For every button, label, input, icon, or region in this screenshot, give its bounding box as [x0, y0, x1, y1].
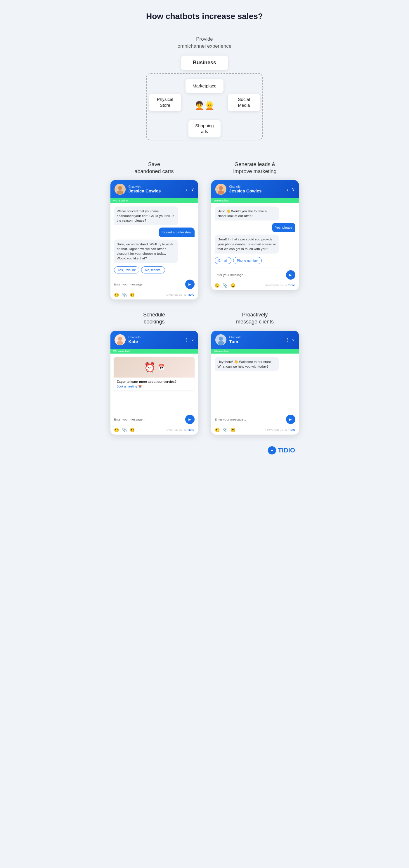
- book-meeting-link[interactable]: Book a meeting 📅: [117, 385, 192, 388]
- svg-point-11: [218, 341, 224, 345]
- booking-card-content: Eager to learn more about our servies? B…: [114, 377, 195, 391]
- booking-card-title: Eager to learn more about our servies?: [117, 380, 192, 383]
- online-badge-2: We're online: [211, 198, 299, 203]
- powered-by-2: POWERED BY ☁️ TIDIO: [265, 284, 295, 287]
- msg-row-6: Great! In that case could you provide yo…: [215, 235, 295, 264]
- chat-widget-abandoned[interactable]: Chat with Jessica Cowles ⋮ ∨ We're onlin…: [110, 180, 198, 300]
- chat-header-1: Chat with Jessica Cowles ⋮ ∨: [110, 180, 198, 198]
- tidio-label-4: TIDIO: [288, 429, 295, 431]
- avatar-kate: [114, 334, 126, 345]
- send-button-3[interactable]: ►: [185, 415, 195, 424]
- avatar-jessica-1: [114, 184, 126, 195]
- chat-input-area-3: ►: [110, 412, 198, 426]
- btn-row-2: E-mail Phone number: [215, 257, 295, 264]
- agent-info-3: Chat with Kate: [129, 336, 182, 344]
- msg-bot-1: We've noticed that you have abandoned yo…: [114, 207, 178, 225]
- chat-widget-proactive[interactable]: Chat with Tom ⋮ ∨ We're online Hey there…: [211, 331, 299, 435]
- svg-point-1: [118, 186, 122, 190]
- msg-bot-4: Great! In that case could you provide yo…: [215, 235, 279, 253]
- dots-icon-1[interactable]: ⋮: [184, 187, 189, 191]
- sticker-icon-1: 🙂: [114, 292, 119, 297]
- phone-number-button[interactable]: Phone number: [233, 257, 262, 264]
- header-icons-3: ⋮ ∨: [184, 338, 194, 342]
- header-icons-2: ⋮ ∨: [285, 187, 295, 191]
- chat-with-label-2: Chat with: [229, 185, 282, 188]
- msg-row-5: Yes, please: [215, 223, 295, 235]
- no-thanks-button[interactable]: No, thanks.: [141, 267, 165, 274]
- msg-row-7: Hey there! 👋 Welcome to our store. What …: [215, 357, 295, 373]
- sticker-icon-2: 🙂: [215, 283, 220, 288]
- emoji-icon-4: 😊: [231, 428, 235, 432]
- tidio-label-2: TIDIO: [288, 284, 295, 287]
- chat-widget-leads[interactable]: Chat with Jessica Cowles ⋮ ∨ We're onlin…: [211, 180, 299, 290]
- emoji-icon-3: 😊: [130, 428, 135, 432]
- chat-footer-4: 🙂 📎 😊 POWERED BY ☁️ TIDIO: [211, 426, 299, 435]
- chat-input-4[interactable]: [215, 417, 284, 421]
- tidio-icon: [268, 446, 276, 455]
- node-business: Business: [181, 56, 228, 70]
- send-button-2[interactable]: ►: [286, 270, 295, 280]
- attach-icon-4: 📎: [223, 428, 228, 432]
- section-proactive-messages: Proactively message clients Chat with To…: [209, 311, 301, 435]
- tidio-brand-label: TIDIO: [278, 446, 295, 454]
- booking-image: ⏰ 📅: [114, 357, 195, 377]
- omnichannel-label: Provide omnichannel experience: [108, 36, 301, 50]
- booking-card: ⏰ 📅 Eager to learn more about our servie…: [114, 357, 195, 391]
- chat-widget-bookings[interactable]: Chat with Kate ⋮ ∨ We are online! ⏰ 📅 Ea…: [110, 331, 198, 435]
- msg-row-1: We've noticed that you have abandoned yo…: [114, 207, 195, 227]
- chat-with-label-1: Chat with: [129, 185, 182, 188]
- send-button-1[interactable]: ►: [185, 280, 195, 289]
- chat-body-1: We've noticed that you have abandoned yo…: [110, 203, 198, 277]
- agent-info-4: Chat with Tom: [229, 336, 282, 344]
- powered-by-4: POWERED BY ☁️ TIDIO: [265, 429, 295, 431]
- page-footer: TIDIO: [108, 446, 301, 455]
- chat-input-area-2: ►: [211, 268, 299, 282]
- avatar-jessica-2: [215, 184, 227, 195]
- chat-input-2[interactable]: [215, 273, 284, 277]
- chat-footer-3: 🙂 📎 😊 POWERED BY ☁️ TIDIO: [110, 426, 198, 435]
- dots-icon-2[interactable]: ⋮: [285, 187, 289, 191]
- header-icons-1: ⋮ ∨: [184, 187, 194, 191]
- send-button-4[interactable]: ►: [286, 415, 295, 424]
- chevron-down-icon-3[interactable]: ∨: [191, 338, 194, 342]
- node-social: Social Media: [228, 94, 260, 111]
- examples-grid: Save abandoned carts Chat with Jessica C…: [108, 161, 301, 435]
- sticker-icon-4: 🙂: [215, 428, 220, 432]
- chat-header-3: Chat with Kate ⋮ ∨: [110, 331, 198, 349]
- section-abandoned-carts: Save abandoned carts Chat with Jessica C…: [108, 161, 200, 300]
- chat-input-3[interactable]: [114, 417, 183, 421]
- dots-icon-3[interactable]: ⋮: [184, 338, 189, 342]
- chevron-down-icon-2[interactable]: ∨: [292, 187, 295, 191]
- node-marketplace: Marketplace: [185, 79, 224, 93]
- msg-user-1: I found a better deal: [159, 227, 194, 237]
- emoji-center: 🧑‍🦱👱: [194, 101, 215, 111]
- yes-i-would-button[interactable]: Yes, I would!: [114, 267, 140, 274]
- page-title: How chatbots increase sales?: [108, 12, 301, 21]
- online-badge-1: We're online: [110, 198, 198, 203]
- schedule-bookings-heading: Schedule bookings: [143, 311, 165, 326]
- svg-point-4: [219, 186, 223, 190]
- calendar-icon: 📅: [158, 364, 165, 371]
- chevron-down-icon-1[interactable]: ∨: [191, 187, 194, 191]
- dots-icon-4[interactable]: ⋮: [285, 338, 289, 342]
- header-icons-4: ⋮ ∨: [285, 338, 295, 342]
- online-badge-4: We're online: [211, 349, 299, 353]
- avatar-tom: [215, 334, 227, 345]
- chevron-down-icon-4[interactable]: ∨: [292, 338, 295, 342]
- msg-row-2: I found a better deal: [114, 227, 195, 239]
- chat-input-1[interactable]: [114, 282, 183, 286]
- chat-footer-1: 🙂 📎 😊 POWERED BY ☁️ TIDIO: [110, 291, 198, 300]
- powered-label-3: POWERED BY: [165, 429, 182, 431]
- powered-label-4: POWERED BY: [265, 429, 283, 431]
- powered-by-3: POWERED BY ☁️ TIDIO: [165, 429, 194, 431]
- agent-name-3: Kate: [129, 339, 182, 344]
- clock-icon: ⏰: [144, 362, 156, 373]
- msg-bot-3: Hello 👋 Would you like to take a closer …: [215, 207, 279, 220]
- powered-label-2: POWERED BY: [265, 284, 283, 287]
- svg-point-5: [218, 190, 224, 194]
- attach-icon-2: 📎: [223, 283, 228, 288]
- email-button[interactable]: E-mail: [215, 257, 231, 264]
- msg-user-2: Yes, please: [272, 223, 295, 232]
- section-schedule-bookings: Schedule bookings Chat with Kate ⋮ ∨: [108, 311, 200, 435]
- powered-by-1: POWERED BY ☁️ TIDIO: [165, 293, 194, 296]
